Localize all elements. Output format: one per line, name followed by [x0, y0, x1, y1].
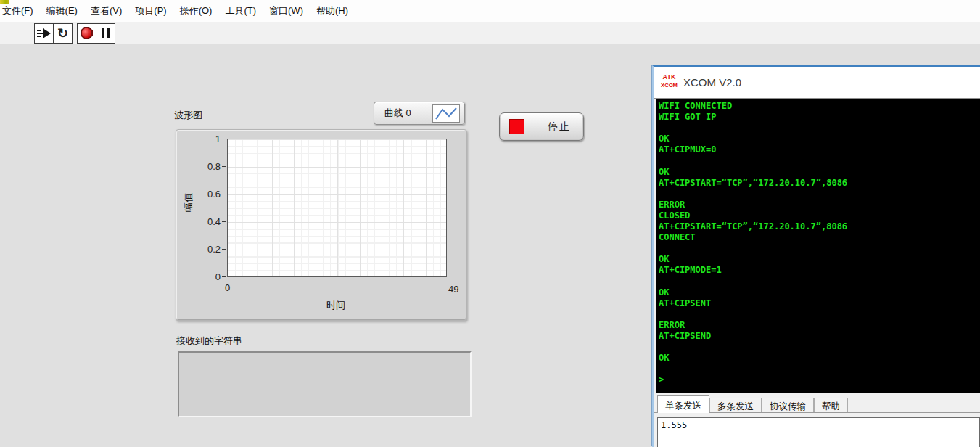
pause-button[interactable]	[96, 23, 115, 44]
xcom-window: ATK XCOM XCOM V2.0 WIFI CONNECTED WIFI G…	[652, 65, 980, 447]
menu-project[interactable]: 项目(P)	[128, 0, 173, 22]
chart-plot-area	[227, 139, 447, 277]
chart-title: 波形图	[174, 109, 202, 122]
y-tick-mark	[222, 221, 226, 222]
menu-window[interactable]: 窗口(W)	[263, 0, 310, 22]
send-text-input[interactable]: 1.555	[657, 417, 980, 447]
tab-single-send[interactable]: 单条发送	[657, 395, 709, 413]
menu-view[interactable]: 查看(V)	[84, 0, 128, 22]
stop-square-icon	[509, 119, 524, 134]
y-tick-mark	[222, 166, 226, 167]
run-button[interactable]	[34, 23, 54, 44]
y-tick-label: 0.6	[197, 189, 221, 200]
y-tick-mark	[222, 139, 226, 139]
run-arrow-icon	[37, 28, 51, 38]
y-tick-mark	[222, 249, 226, 250]
toolbar: ↻	[0, 22, 980, 44]
app-window-icon	[0, 0, 9, 4]
menu-tools[interactable]: 工具(T)	[218, 0, 263, 22]
y-tick-label: 1	[197, 134, 221, 144]
run-continuously-icon: ↻	[57, 27, 68, 40]
menu-edit[interactable]: 编辑(E)	[40, 0, 84, 22]
chart-legend[interactable]: 曲线 0	[374, 102, 465, 125]
menu-bar: 文件(F) 编辑(E) 查看(V) 项目(P) 操作(O) 工具(T) 窗口(W…	[0, 0, 980, 22]
abort-button[interactable]	[77, 23, 96, 44]
x-tick-mark	[445, 278, 445, 282]
y-tick-label: 0	[197, 271, 221, 282]
y-tick-label: 0.8	[197, 161, 221, 172]
xcom-logo-icon: ATK XCOM	[659, 73, 679, 91]
tab-protocol-transfer[interactable]: 协议传输	[762, 398, 814, 413]
y-tick-mark	[222, 194, 226, 194]
x-axis-label: 时间	[314, 299, 358, 312]
pause-icon	[102, 28, 110, 38]
stop-button[interactable]: 停止	[499, 112, 584, 141]
menu-help[interactable]: 帮助(H)	[310, 0, 355, 22]
y-tick-label: 0.4	[197, 216, 221, 227]
x-tick-label: 0	[225, 282, 230, 293]
xcom-window-title: XCOM V2.0	[683, 67, 741, 98]
xcom-title-bar[interactable]: ATK XCOM XCOM V2.0	[654, 67, 980, 98]
received-string-display	[178, 351, 472, 417]
x-tick-mark	[228, 278, 228, 282]
y-tick-mark	[222, 276, 226, 277]
tab-multi-send[interactable]: 多条发送	[709, 398, 762, 413]
run-continuously-button[interactable]: ↻	[53, 23, 73, 44]
legend-label: 曲线 0	[384, 107, 411, 120]
tab-help[interactable]: 帮助	[814, 398, 848, 413]
xcom-tab-bar: 单条发送 多条发送 协议传输 帮助	[657, 395, 980, 413]
menu-operate[interactable]: 操作(O)	[173, 0, 219, 22]
x-tick-label: 49	[448, 284, 458, 295]
serial-terminal-output[interactable]: WIFI CONNECTED WIFI GOT IP OK AT+CIPMUX=…	[656, 99, 980, 393]
terminal-text: WIFI CONNECTED WIFI GOT IP OK AT+CIPMUX=…	[656, 99, 980, 385]
y-tick-label: 0.2	[197, 244, 221, 255]
line-plot-icon	[433, 105, 459, 122]
stop-button-label: 停止	[548, 120, 571, 134]
received-string-label: 接收到的字符串	[176, 335, 242, 348]
legend-line-style-swatch[interactable]	[432, 104, 460, 123]
y-axis-label: 幅值	[182, 188, 195, 217]
abort-stop-sign-icon	[81, 27, 93, 39]
